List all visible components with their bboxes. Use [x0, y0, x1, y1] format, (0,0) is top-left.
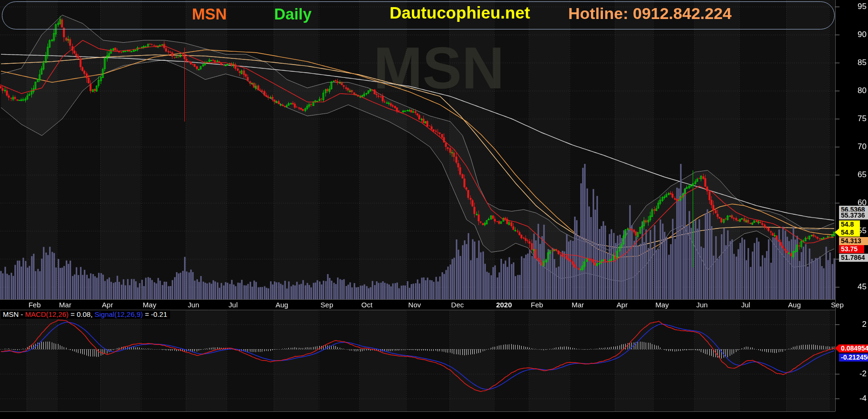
time-axis-label: Apr [102, 300, 113, 310]
time-axis-label: Jun [188, 300, 199, 310]
time-axis-label: May [143, 300, 156, 310]
time-axis-label: Aug [276, 300, 288, 310]
time-axis-label: Sep [321, 300, 334, 310]
macd-axis-tick-label: 2 [838, 320, 867, 329]
macd-axis-tick-label: -4 [838, 394, 867, 403]
price-axis-tick-label: 80 [838, 86, 867, 95]
macd-axis-tick-label: -2 [838, 370, 867, 378]
price-tag: 54.8 [839, 229, 860, 237]
macd-label-part: = -0.21 [143, 310, 167, 318]
time-axis-label: May [655, 300, 668, 310]
time-axis-label: Feb [29, 300, 41, 310]
price-tag: 54.8 [839, 220, 860, 229]
time-axis-label: Dec [451, 300, 464, 310]
price-tag: 53.75 [839, 245, 864, 253]
price-axis-tick-label: 95 [838, 2, 867, 11]
timeframe-label: Daily [274, 5, 312, 24]
price-axis-tick-label: 85 [838, 58, 867, 67]
time-axis-label: Oct [361, 300, 372, 310]
price-tag: 55.3736 [839, 211, 868, 219]
price-axis-tick-label: 65 [838, 171, 867, 179]
time-axis-label: Aug [788, 300, 801, 310]
price-axis-tick-label: 90 [838, 30, 867, 39]
price-arrow-icon [835, 344, 839, 352]
macd-label-part: Signal(12,26,9) [95, 310, 143, 318]
price-chart-canvas[interactable] [0, 0, 868, 419]
symbol-label: MSN [192, 5, 227, 24]
macd-label-part: MACD(12,26) [25, 310, 69, 318]
macd-indicator-label: MSN - MACD(12,26) = 0.08, Signal(12,26,9… [1, 310, 170, 319]
chart-application: MSN Daily Dautucophieu.net Hotline: 0912… [0, 0, 868, 419]
brand-label: Dautucophieu.net [390, 3, 530, 22]
macd-value-tag: 0.084954 [839, 344, 868, 352]
price-axis-tick-label: 70 [838, 143, 867, 151]
time-axis-label: 2020 [496, 300, 512, 310]
time-axis-label: Jun [696, 300, 707, 310]
time-axis-label: Nov [408, 300, 421, 310]
hotline-label: Hotline: 0912.842.224 [568, 4, 732, 23]
price-arrow-icon [835, 229, 839, 236]
signal-value-tag: -0.212456 [839, 353, 868, 362]
time-axis-label: Jul [229, 300, 238, 310]
price-tag: 51.7864 [839, 254, 868, 262]
time-axis-label: Mar [572, 300, 584, 310]
macd-label-part: MSN - [3, 310, 25, 318]
macd-label-part: = 0.08, [68, 310, 95, 318]
time-axis-label: Apr [617, 300, 628, 310]
time-axis-label: Mar [59, 300, 71, 310]
time-axis-label: Feb [531, 300, 543, 310]
price-tag: 54.313 [839, 237, 868, 245]
price-axis-tick-label: 45 [838, 283, 867, 291]
time-axis-label: Sep [831, 300, 844, 310]
price-axis-tick-label: 75 [838, 114, 867, 123]
time-axis-label: Jul [741, 300, 750, 310]
